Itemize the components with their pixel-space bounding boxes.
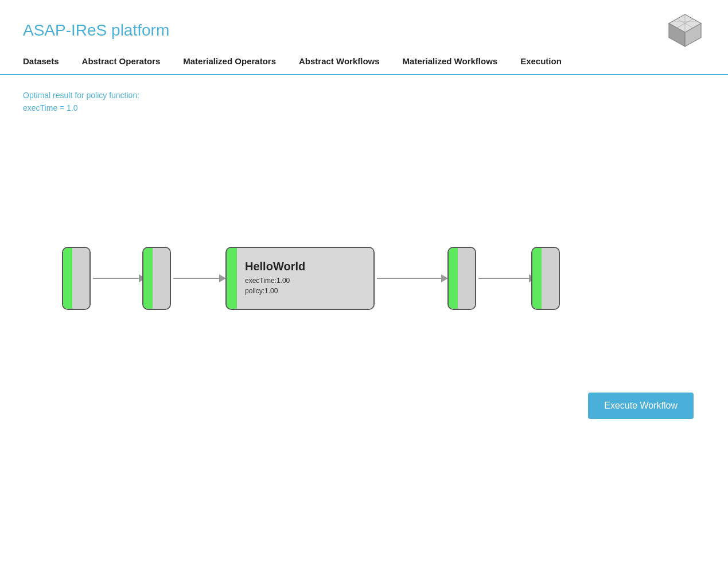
nav-abstract-operators[interactable]: Abstract Operators [82, 56, 161, 68]
header: ASAP-IReS platform [0, 0, 728, 56]
nav-materialized-operators[interactable]: Materialized Operators [183, 56, 276, 68]
arrow-4 [478, 274, 536, 282]
navigation: Datasets Abstract Operators Materialized… [0, 56, 728, 75]
node-4 [447, 247, 476, 310]
nav-execution[interactable]: Execution [520, 56, 562, 68]
arrow-2 [173, 274, 226, 282]
node-2 [142, 247, 171, 310]
nav-materialized-workflows[interactable]: Materialized Workflows [403, 56, 498, 68]
app-title: ASAP-IReS platform [23, 21, 169, 40]
arrow-3 [377, 274, 448, 282]
workflow-canvas: HelloWorld execTime:1.00 policy:1.00 [0, 121, 728, 453]
logo-icon [665, 10, 705, 51]
node-1 [62, 247, 91, 310]
node-title: HelloWorld [245, 260, 365, 273]
node-exectime: execTime:1.00 [245, 277, 290, 285]
result-text: Optimal result for policy function: exec… [23, 89, 705, 115]
node-5 [531, 247, 560, 310]
result-area: Optimal result for policy function: exec… [0, 75, 728, 115]
nav-abstract-workflows[interactable]: Abstract Workflows [299, 56, 380, 68]
result-line1: Optimal result for policy function: [23, 91, 139, 100]
result-line2: execTime = 1.0 [23, 103, 78, 112]
execute-workflow-button[interactable]: Execute Workflow [588, 393, 694, 419]
node-policy: policy:1.00 [245, 287, 278, 295]
arrow-1 [93, 274, 146, 282]
nav-datasets[interactable]: Datasets [23, 56, 59, 68]
node-helloworld[interactable]: HelloWorld execTime:1.00 policy:1.00 [225, 247, 375, 310]
